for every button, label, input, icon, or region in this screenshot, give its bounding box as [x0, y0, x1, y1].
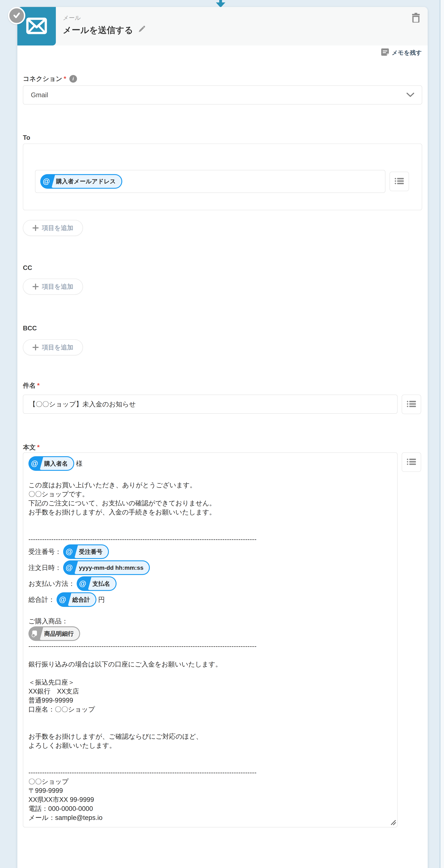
email-step-card: メール メールを送信する [18, 7, 428, 868]
loop-variable-pill[interactable]: 商品明細行 [28, 626, 80, 641]
body-blank-line [28, 669, 392, 678]
memo-button[interactable]: メモを残す [18, 48, 428, 57]
edit-pencil-icon[interactable] [138, 25, 145, 35]
body-text-line: 〇〇ショップ [28, 777, 392, 786]
body-divider-line: ----------------------------------------… [28, 642, 392, 651]
to-add-item-button[interactable]: 項目を追加 [23, 220, 83, 236]
body-rows: @購入者名様 この度はお買い上げいただき、ありがとうございます。〇〇ショップです… [28, 456, 392, 822]
variable-pill[interactable]: @購入者名 [28, 456, 74, 471]
variable-at-icon: @ [77, 577, 88, 590]
body-blank-line [28, 759, 392, 768]
plus-icon [33, 225, 38, 231]
cc-label: CC [23, 264, 422, 272]
right-scroll-strip[interactable] [440, 0, 444, 868]
connection-select[interactable]: Gmail [23, 85, 422, 104]
body-text-line: 下記のご注文について、お支払いの確認ができておりません。 [28, 499, 392, 507]
note-icon [381, 48, 389, 58]
plus-icon [33, 344, 38, 350]
subject-variable-list-button[interactable] [402, 395, 421, 414]
variable-pill-label: 商品明細行 [40, 627, 79, 640]
body-label: 本文 [23, 443, 36, 452]
variable-pill-to[interactable]: @ 購入者メールアドレス [40, 174, 122, 189]
list-icon [395, 178, 404, 185]
body-pill-line: @購入者名様 [28, 456, 392, 471]
required-asterisk: * [64, 75, 66, 83]
subject-label-row: 件名 * [23, 381, 422, 390]
body-blank-line [28, 608, 392, 617]
body-blank-line [28, 471, 392, 480]
body-text-line: メール：sample@teps.io [28, 813, 392, 822]
variable-at-icon: @ [41, 175, 52, 188]
connection-label-row: コネクション * i [23, 75, 422, 83]
body-blank-line [28, 651, 392, 660]
body-text-line: 口座名：〇〇ショップ [28, 705, 392, 714]
subject-label: 件名 [23, 381, 36, 390]
step-header: メール メールを送信する [18, 7, 428, 45]
body-blank-line [28, 750, 392, 759]
body-divider-line: ----------------------------------------… [28, 535, 392, 544]
to-variable-list-button[interactable] [389, 172, 409, 191]
memo-button-label: メモを残す [392, 49, 422, 57]
bcc-add-item-button[interactable]: 項目を追加 [23, 339, 83, 355]
add-item-label: 項目を追加 [42, 343, 73, 352]
variable-pill[interactable]: @受注番号 [63, 545, 109, 559]
variable-at-icon: @ [58, 593, 68, 606]
connection-label: コネクション [23, 74, 62, 83]
loop-icon [29, 627, 40, 640]
body-variable-list-button[interactable] [402, 453, 421, 472]
variable-pill-label: 購入者メールアドレス [52, 175, 122, 188]
step-type-label: メール [63, 14, 145, 22]
body-pill-line: 受注番号：@受注番号 [28, 544, 392, 560]
delete-step-button[interactable] [410, 12, 421, 24]
variable-pill-label: 総合計 [68, 593, 96, 606]
cc-add-item-button[interactable]: 項目を追加 [23, 279, 83, 294]
list-icon [407, 401, 416, 408]
connection-selected-value: Gmail [31, 91, 48, 99]
body-text-line: ＜振込先口座＞ [28, 678, 392, 687]
subject-input[interactable]: 【〇〇ショップ】未入金のお知らせ [23, 395, 398, 414]
to-field-group: @ 購入者メールアドレス [23, 144, 422, 210]
body-divider-line: ----------------------------------------… [28, 768, 392, 777]
variable-at-icon: @ [64, 545, 74, 558]
variable-pill-label: yyyy-mm-dd hh:mm:ss [74, 561, 149, 574]
body-text-line: ご購入商品： [28, 617, 392, 626]
resize-handle[interactable] [390, 819, 396, 826]
variable-pill[interactable]: @yyyy-mm-dd hh:mm:ss [63, 560, 150, 575]
body-blank-line [28, 723, 392, 732]
required-asterisk: * [37, 444, 39, 451]
body-pill-line-suffix: 様 [76, 459, 82, 468]
body-text-line: お手数をお掛けしますが、入金の手続きをお願いいたします。 [28, 507, 392, 517]
add-item-label: 項目を追加 [42, 224, 73, 232]
variable-pill[interactable]: @支払名 [77, 576, 116, 591]
body-label-row: 本文 * [23, 443, 422, 452]
subject-value: 【〇〇ショップ】未入金のお知らせ [29, 400, 136, 409]
bcc-label: BCC [23, 324, 422, 333]
body-text-line: 〇〇ショップです。 [28, 490, 392, 499]
body-text-line: 普通999-99999 [28, 696, 392, 705]
body-blank-line [28, 714, 392, 723]
body-text-line: よろしくお願いいたします。 [28, 741, 392, 750]
trash-icon [411, 13, 420, 23]
chevron-down-icon [407, 91, 414, 99]
to-input[interactable]: @ 購入者メールアドレス [35, 170, 385, 193]
body-text-line: XX銀行 XX支店 [28, 687, 392, 696]
to-label: To [23, 133, 422, 142]
info-icon[interactable]: i [69, 75, 77, 83]
variable-pill-label: 購入者名 [40, 457, 73, 470]
plus-icon [33, 284, 38, 289]
list-icon [407, 458, 416, 466]
variable-pill-label: 支払名 [88, 577, 116, 590]
body-pill-line: 注文日時：@yyyy-mm-dd hh:mm:ss [28, 560, 392, 576]
body-text-line: 〒999-9999 [28, 786, 392, 795]
check-icon [12, 11, 21, 20]
body-text-line: 銀行振り込みの場合は以下の口座にご入金をお願いいたします。 [28, 660, 392, 669]
body-pill-line-suffix: 円 [98, 595, 105, 604]
body-pill-line-label: 総合計： [28, 595, 55, 604]
body-pill-line: 総合計：@総合計円 [28, 592, 392, 608]
variable-at-icon: @ [29, 457, 40, 470]
variable-pill[interactable]: @総合計 [57, 592, 96, 607]
body-pill-line-label: 注文日時： [28, 563, 61, 572]
body-pill-line: お支払い方法：@支払名 [28, 576, 392, 592]
body-textarea[interactable]: @購入者名様 この度はお買い上げいただき、ありがとうございます。〇〇ショップです… [23, 453, 398, 827]
step-title: メールを送信する [63, 24, 133, 36]
